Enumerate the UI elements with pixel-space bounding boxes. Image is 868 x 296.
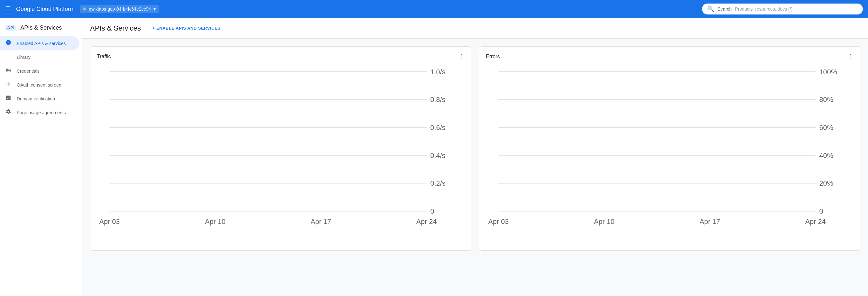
page-layout: API APIs & Services Enabled APIs & servi… bbox=[0, 18, 868, 296]
svg-point-3 bbox=[9, 83, 10, 84]
sidebar-item-domain[interactable]: Domain verification bbox=[0, 92, 80, 106]
svg-text:Apr 03: Apr 03 bbox=[99, 217, 120, 226]
svg-text:100%: 100% bbox=[819, 68, 837, 76]
svg-text:Apr 17: Apr 17 bbox=[700, 217, 720, 226]
enabled-icon bbox=[5, 39, 11, 47]
sidebar-header: API APIs & Services bbox=[0, 21, 82, 36]
svg-text:0: 0 bbox=[819, 207, 823, 215]
menu-icon[interactable]: ☰ bbox=[5, 5, 11, 13]
enable-apis-button[interactable]: + ENABLE APIS AND SERVICES bbox=[149, 23, 224, 33]
sidebar-item-oauth[interactable]: OAuth consent screen bbox=[0, 78, 80, 92]
chart-card-traffic: Traffic⋮1.0/s0.8/s0.6/s0.4/s0.2/s0Apr 03… bbox=[90, 46, 471, 250]
usage-icon bbox=[5, 109, 11, 116]
svg-text:1.0/s: 1.0/s bbox=[430, 68, 445, 76]
top-navigation: ☰ Google Cloud Platform qwiklabs-gcp-04-… bbox=[0, 0, 868, 18]
svg-point-2 bbox=[8, 83, 9, 84]
svg-text:Apr 10: Apr 10 bbox=[205, 217, 225, 226]
search-bar[interactable]: 🔍 Search Products, resources, docs (/) bbox=[702, 3, 863, 14]
chart-header-errors: Errors⋮ bbox=[486, 53, 854, 60]
svg-text:60%: 60% bbox=[819, 123, 833, 131]
svg-text:Apr 03: Apr 03 bbox=[488, 217, 509, 226]
credentials-label: Credentials bbox=[17, 68, 39, 74]
svg-point-4 bbox=[6, 85, 7, 86]
chart-card-errors: Errors⋮100%80%60%40%20%0Apr 03Apr 10Apr … bbox=[479, 46, 860, 250]
sidebar-item-usage[interactable]: Page usage agreements bbox=[0, 106, 80, 119]
library-icon bbox=[5, 53, 11, 61]
svg-point-5 bbox=[8, 85, 9, 86]
main-content: APIs & Services + ENABLE APIS AND SERVIC… bbox=[82, 18, 868, 296]
sidebar-title: APIs & Services bbox=[20, 25, 62, 31]
svg-text:0.8/s: 0.8/s bbox=[430, 95, 445, 103]
library-label: Library bbox=[17, 55, 31, 60]
oauth-icon bbox=[5, 81, 11, 88]
project-status-dot bbox=[83, 7, 86, 10]
domain-icon bbox=[5, 95, 11, 102]
svg-point-1 bbox=[6, 83, 7, 84]
svg-text:0.4/s: 0.4/s bbox=[430, 151, 445, 159]
svg-text:40%: 40% bbox=[819, 151, 833, 159]
chart-svg-errors: 100%80%60%40%20%0Apr 03Apr 10Apr 17Apr 2… bbox=[486, 65, 854, 243]
project-dropdown-icon: ▾ bbox=[153, 6, 156, 11]
search-hint: Products, resources, docs (/) bbox=[735, 6, 793, 11]
search-label: Search bbox=[717, 6, 732, 11]
project-name: qwiklabs-gcp-04-b4fc64e2cc94 bbox=[89, 6, 151, 11]
svg-text:Apr 24: Apr 24 bbox=[416, 217, 437, 226]
credentials-icon bbox=[5, 67, 11, 75]
sidebar-item-library[interactable]: Library bbox=[0, 50, 80, 64]
charts-area: Traffic⋮1.0/s0.8/s0.6/s0.4/s0.2/s0Apr 03… bbox=[82, 39, 868, 258]
svg-text:0.2/s: 0.2/s bbox=[430, 179, 445, 187]
project-selector[interactable]: qwiklabs-gcp-04-b4fc64e2cc94 ▾ bbox=[80, 5, 159, 13]
svg-text:Apr 10: Apr 10 bbox=[594, 217, 615, 226]
api-badge: API bbox=[5, 25, 17, 31]
svg-text:0: 0 bbox=[430, 207, 434, 215]
oauth-label: OAuth consent screen bbox=[17, 82, 61, 88]
chart-menu-errors[interactable]: ⋮ bbox=[848, 53, 854, 60]
main-header: APIs & Services + ENABLE APIS AND SERVIC… bbox=[82, 18, 868, 39]
svg-text:20%: 20% bbox=[819, 179, 833, 187]
chart-title-errors: Errors bbox=[486, 54, 500, 60]
app-logo: Google Cloud Platform bbox=[16, 6, 75, 12]
sidebar-item-credentials[interactable]: Credentials bbox=[0, 64, 80, 78]
chart-menu-traffic[interactable]: ⋮ bbox=[459, 53, 465, 60]
chart-header-traffic: Traffic⋮ bbox=[97, 53, 465, 60]
enabled-label: Enabled APIs & services bbox=[17, 41, 66, 46]
chart-title-traffic: Traffic bbox=[97, 54, 111, 60]
svg-text:Apr 17: Apr 17 bbox=[310, 217, 331, 226]
sidebar-nav: Enabled APIs & servicesLibraryCredential… bbox=[0, 36, 82, 119]
svg-text:80%: 80% bbox=[819, 95, 833, 103]
sidebar-item-enabled[interactable]: Enabled APIs & services bbox=[0, 36, 80, 50]
search-icon: 🔍 bbox=[707, 5, 714, 12]
svg-text:0.6/s: 0.6/s bbox=[430, 123, 445, 131]
chart-svg-traffic: 1.0/s0.8/s0.6/s0.4/s0.2/s0Apr 03Apr 10Ap… bbox=[97, 65, 465, 243]
usage-label: Page usage agreements bbox=[17, 110, 66, 115]
svg-text:Apr 24: Apr 24 bbox=[805, 217, 826, 226]
domain-label: Domain verification bbox=[17, 96, 55, 101]
page-title: APIs & Services bbox=[90, 24, 141, 32]
sidebar: API APIs & Services Enabled APIs & servi… bbox=[0, 18, 82, 296]
svg-point-6 bbox=[9, 85, 10, 86]
